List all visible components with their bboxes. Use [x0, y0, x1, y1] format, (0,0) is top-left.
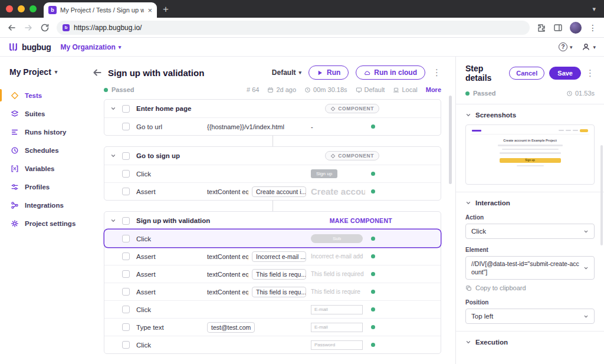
- mini-nav-button: [580, 129, 588, 132]
- user-menu[interactable]: ▾: [582, 42, 596, 51]
- element-screenshot-thumb: Sub: [311, 234, 363, 243]
- step-row-assert[interactable]: Assert textContent equal This field is r…: [104, 283, 441, 300]
- sidebar-item-schedules[interactable]: Schedules: [0, 141, 86, 159]
- group-header-row[interactable]: Go to sign up COMPONENT: [104, 147, 441, 165]
- forward-icon[interactable]: [24, 23, 33, 32]
- step-row-assert[interactable]: Assert textContent equal Create account …: [104, 182, 441, 200]
- element-select[interactable]: //DIV[@data-test-id="submit-create-accou…: [465, 256, 595, 280]
- section-execution[interactable]: Execution: [465, 339, 595, 346]
- sidebar-item-profiles[interactable]: Profiles: [0, 178, 86, 196]
- sidebar-item-suites[interactable]: Suites: [0, 104, 86, 123]
- step-checkbox[interactable]: [122, 270, 130, 278]
- sidebar-item-integrations[interactable]: Integrations: [0, 196, 86, 214]
- organization-dropdown[interactable]: My Organization ▾: [61, 43, 122, 51]
- group-checkbox[interactable]: [122, 105, 130, 113]
- group-checkbox[interactable]: [122, 152, 130, 160]
- user-icon: [582, 42, 590, 51]
- help-menu[interactable]: ? ▾: [559, 42, 573, 51]
- make-component-link[interactable]: MAKE COMPONENT: [330, 217, 392, 224]
- step-checkbox[interactable]: [122, 323, 130, 331]
- sidebar-item-variables[interactable]: Variables: [0, 159, 86, 178]
- assert-value-chip[interactable]: This field is requ...: [252, 287, 306, 297]
- collapse-chevron-icon[interactable]: [110, 218, 116, 224]
- extensions-puzzle-icon[interactable]: [537, 23, 546, 32]
- sidebar-item-runs-history[interactable]: Runs history: [0, 123, 86, 141]
- browser-tab[interactable]: b My Project / Tests / Sign up wil... ×: [44, 2, 157, 18]
- section-interaction[interactable]: Interaction: [465, 199, 595, 206]
- step-row-assert[interactable]: Assert textContent equal Incorrect e-mai…: [104, 247, 441, 265]
- assert-value-chip[interactable]: Incorrect e-mail ...: [252, 251, 306, 262]
- step-checkbox[interactable]: [122, 235, 130, 242]
- section-screenshots[interactable]: Screenshots: [465, 112, 595, 119]
- step-group-go-to-sign-up: Go to sign up COMPONENT Click Sign up: [104, 146, 441, 201]
- sidebar-item-label: Runs history: [25, 129, 66, 136]
- organization-label: My Organization: [61, 43, 116, 51]
- help-icon: ?: [559, 42, 567, 51]
- step-checkbox[interactable]: [122, 306, 130, 313]
- element-label: Element: [465, 247, 595, 253]
- panel-scrollbar[interactable]: [600, 145, 603, 245]
- step-screenshot-thumbnail[interactable]: Create account in Example Project Sign u…: [465, 124, 595, 185]
- assert-value-chip[interactable]: This field is requ...: [252, 269, 306, 280]
- side-panel-icon[interactable]: [553, 23, 563, 32]
- back-arrow-icon[interactable]: [92, 67, 103, 78]
- test-menu-icon[interactable]: ⋮: [432, 67, 441, 78]
- run-in-cloud-button[interactable]: Run in cloud: [356, 65, 425, 80]
- more-link[interactable]: More: [426, 86, 441, 93]
- run-profile-dropdown[interactable]: Default ▾: [272, 68, 301, 77]
- status-dot: [465, 91, 470, 96]
- step-checkbox[interactable]: [122, 252, 130, 260]
- new-tab-button[interactable]: +: [163, 4, 169, 15]
- copy-to-clipboard[interactable]: Copy to clipboard: [465, 284, 595, 291]
- close-window-button[interactable]: [6, 5, 13, 12]
- zoom-window-button[interactable]: [29, 5, 37, 12]
- step-checkbox[interactable]: [122, 170, 130, 178]
- minimize-window-button[interactable]: [18, 5, 25, 12]
- step-row-click[interactable]: Click Sign up: [104, 165, 441, 182]
- main-scrollbar[interactable]: [449, 96, 452, 184]
- bugbug-logo[interactable]: bugbug: [8, 42, 51, 52]
- action-select[interactable]: Click: [465, 224, 595, 239]
- type-text-value-chip[interactable]: test@test.com: [207, 322, 255, 333]
- assert-value-chip[interactable]: Create account i...: [252, 186, 306, 197]
- position-label: Position: [465, 299, 595, 306]
- run-button-label: Run: [327, 68, 340, 77]
- step-checkbox[interactable]: [122, 123, 130, 130]
- step-checkbox[interactable]: [122, 188, 130, 195]
- copy-label: Copy to clipboard: [475, 284, 526, 291]
- step-checkbox[interactable]: [122, 288, 130, 296]
- steps-list: Enter home page COMPONENT Go to url {{ho…: [104, 99, 441, 354]
- sidebar-item-project-settings[interactable]: Project settings: [0, 214, 86, 232]
- step-row-click[interactable]: Click E-mail: [104, 300, 441, 318]
- tab-close-icon[interactable]: ×: [147, 6, 152, 14]
- step-checkbox[interactable]: [122, 341, 130, 349]
- step-row-type-text[interactable]: Type text test@test.com E-mail: [104, 318, 441, 336]
- step-status-dot: [371, 172, 375, 176]
- collapse-chevron-icon[interactable]: [110, 153, 116, 159]
- position-value: Top left: [471, 313, 493, 320]
- component-badge: COMPONENT: [325, 151, 379, 160]
- step-row-go-to-url[interactable]: Go to url {{hostname}}/v1/index.html -: [104, 117, 441, 135]
- address-bar[interactable]: b https://app.bugbug.io/: [57, 21, 530, 35]
- group-header-row[interactable]: Sign up with validation MAKE COMPONENT: [104, 212, 441, 229]
- browser-menu-icon[interactable]: ⋮: [589, 24, 597, 32]
- save-button[interactable]: Save: [549, 67, 581, 80]
- step-menu-icon[interactable]: ⋮: [586, 68, 595, 78]
- step-row-click-selected[interactable]: Click Sub: [104, 229, 441, 247]
- sidebar-item-label: Project settings: [25, 220, 76, 227]
- sidebar-item-tests[interactable]: Tests: [0, 86, 86, 104]
- run-button[interactable]: Run: [308, 65, 349, 80]
- step-row-assert[interactable]: Assert textContent equal This field is r…: [104, 265, 441, 283]
- project-dropdown[interactable]: My Project ▾: [0, 63, 86, 77]
- tab-search-icon[interactable]: ▾: [592, 5, 596, 13]
- cancel-button[interactable]: Cancel: [509, 67, 544, 80]
- browser-profile-avatar[interactable]: [570, 22, 582, 34]
- back-icon[interactable]: [7, 23, 17, 32]
- position-select[interactable]: Top left: [465, 309, 595, 324]
- step-row-click[interactable]: Click Password: [104, 336, 441, 353]
- group-checkbox[interactable]: [122, 217, 130, 225]
- reload-icon[interactable]: [40, 23, 50, 32]
- collapse-chevron-icon[interactable]: [110, 106, 116, 112]
- group-header-row[interactable]: Enter home page COMPONENT: [104, 100, 441, 117]
- mini-page-heading: Create account in Example Project: [503, 139, 556, 142]
